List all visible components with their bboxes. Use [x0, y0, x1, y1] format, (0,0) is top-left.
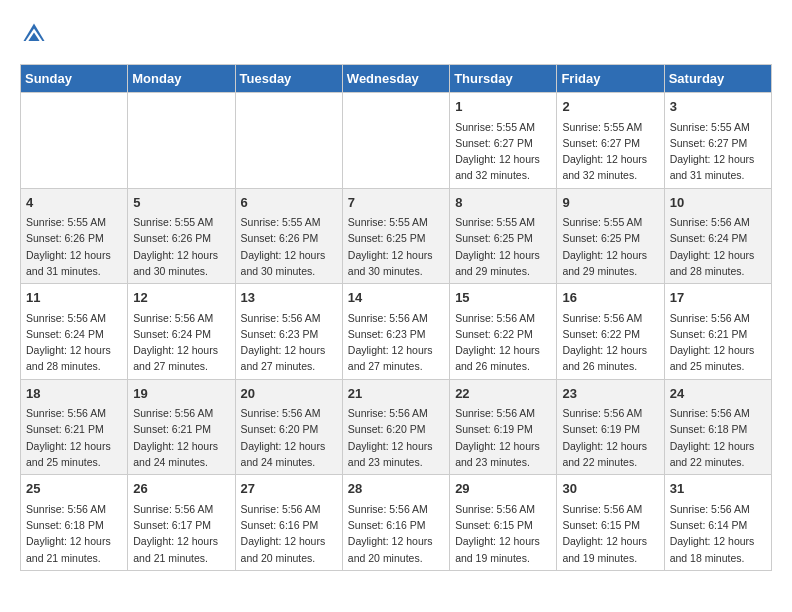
calendar-cell: 10Sunrise: 5:56 AMSunset: 6:24 PMDayligh… — [664, 188, 771, 284]
calendar-cell: 1Sunrise: 5:55 AMSunset: 6:27 PMDaylight… — [450, 93, 557, 189]
logo — [20, 20, 52, 48]
day-number: 16 — [562, 288, 658, 308]
logo-icon — [20, 20, 48, 48]
day-number: 24 — [670, 384, 766, 404]
calendar-cell: 16Sunrise: 5:56 AMSunset: 6:22 PMDayligh… — [557, 284, 664, 380]
header-monday: Monday — [128, 65, 235, 93]
calendar-cell — [128, 93, 235, 189]
calendar-week-row: 1Sunrise: 5:55 AMSunset: 6:27 PMDaylight… — [21, 93, 772, 189]
header-saturday: Saturday — [664, 65, 771, 93]
calendar-cell: 30Sunrise: 5:56 AMSunset: 6:15 PMDayligh… — [557, 475, 664, 571]
calendar-cell: 6Sunrise: 5:55 AMSunset: 6:26 PMDaylight… — [235, 188, 342, 284]
calendar-cell: 25Sunrise: 5:56 AMSunset: 6:18 PMDayligh… — [21, 475, 128, 571]
day-number: 27 — [241, 479, 337, 499]
day-info: Sunrise: 5:56 AMSunset: 6:22 PMDaylight:… — [562, 310, 658, 375]
calendar-cell: 17Sunrise: 5:56 AMSunset: 6:21 PMDayligh… — [664, 284, 771, 380]
calendar-cell: 21Sunrise: 5:56 AMSunset: 6:20 PMDayligh… — [342, 379, 449, 475]
day-info: Sunrise: 5:56 AMSunset: 6:14 PMDaylight:… — [670, 501, 766, 566]
day-info: Sunrise: 5:56 AMSunset: 6:24 PMDaylight:… — [670, 214, 766, 279]
day-number: 1 — [455, 97, 551, 117]
calendar-week-row: 18Sunrise: 5:56 AMSunset: 6:21 PMDayligh… — [21, 379, 772, 475]
calendar-cell: 28Sunrise: 5:56 AMSunset: 6:16 PMDayligh… — [342, 475, 449, 571]
day-number: 10 — [670, 193, 766, 213]
day-number: 20 — [241, 384, 337, 404]
day-number: 13 — [241, 288, 337, 308]
day-info: Sunrise: 5:55 AMSunset: 6:27 PMDaylight:… — [670, 119, 766, 184]
day-number: 23 — [562, 384, 658, 404]
calendar-cell: 12Sunrise: 5:56 AMSunset: 6:24 PMDayligh… — [128, 284, 235, 380]
calendar-week-row: 4Sunrise: 5:55 AMSunset: 6:26 PMDaylight… — [21, 188, 772, 284]
day-number: 9 — [562, 193, 658, 213]
calendar-cell: 31Sunrise: 5:56 AMSunset: 6:14 PMDayligh… — [664, 475, 771, 571]
calendar-cell: 29Sunrise: 5:56 AMSunset: 6:15 PMDayligh… — [450, 475, 557, 571]
day-info: Sunrise: 5:55 AMSunset: 6:25 PMDaylight:… — [562, 214, 658, 279]
day-number: 8 — [455, 193, 551, 213]
day-info: Sunrise: 5:56 AMSunset: 6:20 PMDaylight:… — [241, 405, 337, 470]
day-info: Sunrise: 5:56 AMSunset: 6:18 PMDaylight:… — [26, 501, 122, 566]
day-number: 6 — [241, 193, 337, 213]
calendar-cell: 7Sunrise: 5:55 AMSunset: 6:25 PMDaylight… — [342, 188, 449, 284]
day-number: 28 — [348, 479, 444, 499]
day-number: 5 — [133, 193, 229, 213]
day-number: 18 — [26, 384, 122, 404]
header-sunday: Sunday — [21, 65, 128, 93]
day-number: 31 — [670, 479, 766, 499]
page-header — [20, 20, 772, 48]
header-wednesday: Wednesday — [342, 65, 449, 93]
day-number: 29 — [455, 479, 551, 499]
calendar-cell: 9Sunrise: 5:55 AMSunset: 6:25 PMDaylight… — [557, 188, 664, 284]
day-info: Sunrise: 5:56 AMSunset: 6:21 PMDaylight:… — [670, 310, 766, 375]
day-info: Sunrise: 5:56 AMSunset: 6:22 PMDaylight:… — [455, 310, 551, 375]
calendar-header-row: SundayMondayTuesdayWednesdayThursdayFrid… — [21, 65, 772, 93]
calendar-cell: 2Sunrise: 5:55 AMSunset: 6:27 PMDaylight… — [557, 93, 664, 189]
day-info: Sunrise: 5:56 AMSunset: 6:21 PMDaylight:… — [26, 405, 122, 470]
day-number: 30 — [562, 479, 658, 499]
day-number: 19 — [133, 384, 229, 404]
day-info: Sunrise: 5:55 AMSunset: 6:26 PMDaylight:… — [241, 214, 337, 279]
day-number: 4 — [26, 193, 122, 213]
day-number: 2 — [562, 97, 658, 117]
calendar-week-row: 11Sunrise: 5:56 AMSunset: 6:24 PMDayligh… — [21, 284, 772, 380]
day-info: Sunrise: 5:56 AMSunset: 6:15 PMDaylight:… — [562, 501, 658, 566]
calendar-cell: 20Sunrise: 5:56 AMSunset: 6:20 PMDayligh… — [235, 379, 342, 475]
calendar-cell — [342, 93, 449, 189]
calendar-cell: 4Sunrise: 5:55 AMSunset: 6:26 PMDaylight… — [21, 188, 128, 284]
day-info: Sunrise: 5:56 AMSunset: 6:17 PMDaylight:… — [133, 501, 229, 566]
day-number: 22 — [455, 384, 551, 404]
calendar-table: SundayMondayTuesdayWednesdayThursdayFrid… — [20, 64, 772, 571]
header-thursday: Thursday — [450, 65, 557, 93]
header-tuesday: Tuesday — [235, 65, 342, 93]
day-info: Sunrise: 5:56 AMSunset: 6:18 PMDaylight:… — [670, 405, 766, 470]
day-info: Sunrise: 5:55 AMSunset: 6:26 PMDaylight:… — [133, 214, 229, 279]
day-info: Sunrise: 5:56 AMSunset: 6:23 PMDaylight:… — [348, 310, 444, 375]
calendar-cell: 27Sunrise: 5:56 AMSunset: 6:16 PMDayligh… — [235, 475, 342, 571]
day-number: 14 — [348, 288, 444, 308]
day-info: Sunrise: 5:55 AMSunset: 6:25 PMDaylight:… — [455, 214, 551, 279]
day-info: Sunrise: 5:56 AMSunset: 6:23 PMDaylight:… — [241, 310, 337, 375]
day-info: Sunrise: 5:56 AMSunset: 6:15 PMDaylight:… — [455, 501, 551, 566]
day-number: 21 — [348, 384, 444, 404]
day-info: Sunrise: 5:56 AMSunset: 6:16 PMDaylight:… — [241, 501, 337, 566]
day-info: Sunrise: 5:56 AMSunset: 6:21 PMDaylight:… — [133, 405, 229, 470]
calendar-cell: 24Sunrise: 5:56 AMSunset: 6:18 PMDayligh… — [664, 379, 771, 475]
calendar-cell: 8Sunrise: 5:55 AMSunset: 6:25 PMDaylight… — [450, 188, 557, 284]
day-info: Sunrise: 5:55 AMSunset: 6:25 PMDaylight:… — [348, 214, 444, 279]
calendar-cell: 19Sunrise: 5:56 AMSunset: 6:21 PMDayligh… — [128, 379, 235, 475]
header-friday: Friday — [557, 65, 664, 93]
day-number: 17 — [670, 288, 766, 308]
calendar-cell: 22Sunrise: 5:56 AMSunset: 6:19 PMDayligh… — [450, 379, 557, 475]
day-info: Sunrise: 5:55 AMSunset: 6:26 PMDaylight:… — [26, 214, 122, 279]
day-number: 11 — [26, 288, 122, 308]
day-number: 3 — [670, 97, 766, 117]
day-number: 25 — [26, 479, 122, 499]
day-info: Sunrise: 5:56 AMSunset: 6:20 PMDaylight:… — [348, 405, 444, 470]
day-info: Sunrise: 5:56 AMSunset: 6:24 PMDaylight:… — [133, 310, 229, 375]
calendar-cell: 15Sunrise: 5:56 AMSunset: 6:22 PMDayligh… — [450, 284, 557, 380]
calendar-cell: 18Sunrise: 5:56 AMSunset: 6:21 PMDayligh… — [21, 379, 128, 475]
day-number: 26 — [133, 479, 229, 499]
calendar-cell: 3Sunrise: 5:55 AMSunset: 6:27 PMDaylight… — [664, 93, 771, 189]
day-info: Sunrise: 5:56 AMSunset: 6:19 PMDaylight:… — [455, 405, 551, 470]
day-number: 7 — [348, 193, 444, 213]
calendar-cell: 11Sunrise: 5:56 AMSunset: 6:24 PMDayligh… — [21, 284, 128, 380]
calendar-cell: 26Sunrise: 5:56 AMSunset: 6:17 PMDayligh… — [128, 475, 235, 571]
